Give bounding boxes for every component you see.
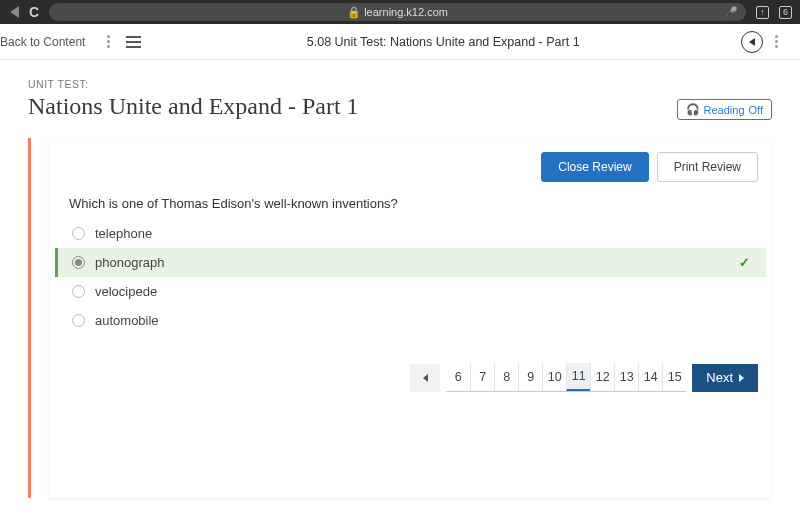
title-kicker: UNIT TEST: bbox=[28, 78, 677, 90]
pagination: 6789101112131415 Next bbox=[49, 345, 772, 402]
url-text: learning.k12.com bbox=[364, 6, 448, 18]
option-label: phonograph bbox=[95, 255, 164, 270]
page-7[interactable]: 7 bbox=[470, 363, 494, 391]
page-15[interactable]: 15 bbox=[662, 363, 686, 391]
page-9[interactable]: 9 bbox=[518, 363, 542, 391]
headphones-icon: 🎧 bbox=[686, 103, 700, 116]
prev-lesson-button[interactable] bbox=[741, 31, 763, 53]
option-label: telephone bbox=[95, 226, 152, 241]
kebab-menu-right-icon[interactable] bbox=[763, 35, 790, 48]
page-12[interactable]: 12 bbox=[590, 363, 614, 391]
radio-icon bbox=[72, 285, 85, 298]
page-8[interactable]: 8 bbox=[494, 363, 518, 391]
option-velocipede[interactable]: velocipede bbox=[55, 277, 766, 306]
option-label: automobile bbox=[95, 313, 159, 328]
option-telephone[interactable]: telephone bbox=[55, 219, 766, 248]
question-prompt: Which is one of Thomas Edison's well-kno… bbox=[49, 192, 772, 219]
share-icon[interactable]: ↑ bbox=[756, 6, 769, 19]
page-strip: 6789101112131415 bbox=[446, 363, 686, 392]
check-icon: ✓ bbox=[739, 255, 750, 270]
back-to-content-link[interactable]: Back to Content bbox=[0, 35, 95, 49]
browser-refresh-icon[interactable]: C bbox=[29, 4, 39, 20]
next-button[interactable]: Next bbox=[692, 364, 758, 392]
review-bar: Close Review Print Review bbox=[49, 138, 772, 192]
title-area: UNIT TEST: Nations Unite and Expand - Pa… bbox=[0, 60, 800, 128]
hamburger-menu-icon[interactable] bbox=[122, 36, 145, 48]
reading-state: Off bbox=[749, 104, 763, 116]
radio-icon bbox=[72, 256, 85, 269]
mic-icon[interactable]: 🎤 bbox=[724, 6, 738, 19]
options-list: telephonephonograph✓velocipedeautomobile bbox=[49, 219, 772, 345]
chevron-left-icon bbox=[423, 374, 428, 382]
browser-back-icon[interactable] bbox=[10, 6, 19, 18]
question-card: Close Review Print Review Which is one o… bbox=[49, 138, 772, 498]
chevron-right-icon bbox=[739, 374, 744, 382]
option-label: velocipede bbox=[95, 284, 157, 299]
url-bar[interactable]: 🔒 learning.k12.com 🎤 bbox=[49, 3, 746, 21]
option-automobile[interactable]: automobile bbox=[55, 306, 766, 335]
reading-label: Reading bbox=[704, 104, 745, 116]
page-title: Nations Unite and Expand - Part 1 bbox=[28, 93, 677, 120]
page-6[interactable]: 6 bbox=[446, 363, 470, 391]
kebab-menu-icon[interactable] bbox=[95, 35, 122, 48]
close-review-button[interactable]: Close Review bbox=[541, 152, 648, 182]
page-prev-button[interactable] bbox=[410, 364, 440, 392]
reading-toggle[interactable]: 🎧 Reading Off bbox=[677, 99, 772, 120]
page-13[interactable]: 13 bbox=[614, 363, 638, 391]
next-label: Next bbox=[706, 370, 733, 385]
page-11[interactable]: 11 bbox=[566, 363, 590, 391]
content-frame: Close Review Print Review Which is one o… bbox=[28, 138, 772, 498]
app-header: Back to Content 5.08 Unit Test: Nations … bbox=[0, 24, 800, 60]
radio-icon bbox=[72, 314, 85, 327]
option-phonograph[interactable]: phonograph✓ bbox=[55, 248, 766, 277]
browser-chrome: C 🔒 learning.k12.com 🎤 ↑ 6 bbox=[0, 0, 800, 24]
print-review-button[interactable]: Print Review bbox=[657, 152, 758, 182]
radio-icon bbox=[72, 227, 85, 240]
tabs-icon[interactable]: 6 bbox=[779, 6, 792, 19]
page-10[interactable]: 10 bbox=[542, 363, 566, 391]
header-title: 5.08 Unit Test: Nations Unite and Expand… bbox=[145, 35, 741, 49]
page-14[interactable]: 14 bbox=[638, 363, 662, 391]
